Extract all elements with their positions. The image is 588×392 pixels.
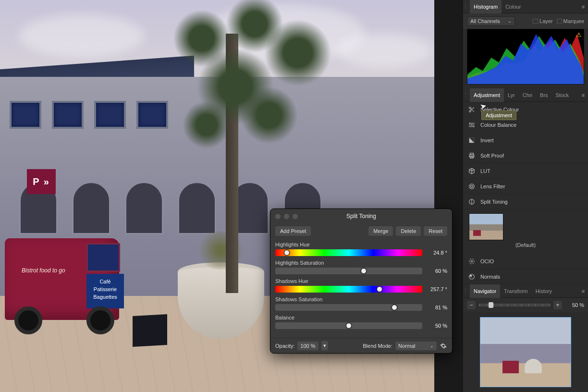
zoom-out-button[interactable]: − [467, 301, 476, 309]
svg-rect-6 [469, 124, 475, 125]
histogram-panel-tabs: ⋮⋮ Histogram Colour ≡ [463, 0, 588, 13]
sliders-icon [468, 121, 476, 129]
svg-point-1 [469, 110, 471, 112]
highlights_hue-slider[interactable] [275, 249, 422, 256]
adjustment-item-lut[interactable]: LUT [463, 163, 588, 179]
svg-rect-7 [469, 126, 475, 126]
histogram-display: ⚠ [467, 29, 584, 85]
shadows_sat-value[interactable]: 81 % [426, 305, 447, 310]
printer-icon [468, 152, 476, 159]
shadows_hue-slider[interactable] [275, 286, 422, 293]
tab-stock[interactable]: Stock [552, 88, 573, 102]
adjustment-tooltip: Adjustment [481, 110, 516, 120]
tab-brushes[interactable]: Brs [536, 88, 552, 102]
layer-checkbox[interactable]: Layer [533, 18, 553, 24]
blend-mode-select[interactable]: Normal⌄ [395, 342, 437, 350]
tab-adjustment[interactable]: Adjustment [470, 88, 504, 102]
tab-histogram[interactable]: Histogram [470, 0, 502, 13]
cube-icon [468, 167, 476, 175]
van-text: Bistrot food to go [22, 267, 79, 274]
add-preset-button[interactable]: Add Preset [275, 226, 311, 236]
svg-point-15 [469, 258, 475, 264]
zoom-in-button[interactable]: + [553, 301, 562, 309]
panel-grip-icon[interactable]: ⋮⋮ [463, 92, 470, 98]
shadows_hue-value[interactable]: 257.7 ° [426, 286, 447, 292]
zoom-value[interactable]: 50 % [565, 302, 584, 308]
tab-layers[interactable]: Lyr [504, 88, 519, 102]
clipping-warning-icon[interactable]: ⚠ [576, 31, 582, 38]
svg-point-17 [469, 274, 475, 279]
channel-select[interactable]: All Channels⌄ [467, 16, 515, 26]
panel-grip-icon[interactable]: ⋮⋮ [463, 288, 470, 294]
svg-point-16 [471, 260, 473, 262]
split-toning-dialog: Split Toning Add Preset Merge Delete Res… [270, 208, 453, 354]
highlights_sat-label: Highlights Saturation [275, 260, 447, 266]
tab-channels[interactable]: Chn [519, 88, 536, 102]
dialog-titlebar[interactable]: Split Toning [270, 209, 452, 223]
shadows_sat-label: Shadows Saturation [275, 296, 447, 302]
panel-menu-icon[interactable]: ≡ [578, 92, 588, 98]
highlights_sat-slider[interactable] [275, 268, 422, 274]
preset-thumbnail-default[interactable] [469, 213, 503, 240]
marquee-checkbox[interactable]: Marquee [557, 18, 584, 24]
blend-mode-label: Blend Mode: [363, 343, 392, 349]
svg-point-13 [471, 185, 473, 187]
navigator-thumbnail[interactable] [480, 317, 571, 387]
highlights_hue-label: Highlights Hue [275, 242, 447, 247]
adjustment-item-lens-filter[interactable]: Lens Filter [463, 179, 588, 194]
adjustment-item-normals[interactable]: Normals [463, 269, 588, 284]
invert-icon [468, 136, 476, 144]
shadows_hue-label: Shadows Hue [275, 278, 447, 284]
opacity-stepper-icon[interactable]: ▾ [321, 341, 328, 350]
normals-icon [468, 273, 476, 281]
ocio-icon [468, 257, 476, 265]
adjustment-item-ocio[interactable]: OCIO [463, 254, 588, 269]
right-sidebar: ⋮⋮ Histogram Colour ≡ All Channels⌄ Laye… [463, 0, 588, 392]
merge-button[interactable]: Merge [368, 226, 393, 236]
lens-icon [468, 183, 476, 190]
gear-icon[interactable] [440, 342, 447, 350]
reset-button[interactable]: Reset [424, 226, 447, 236]
parking-sign: P » [27, 169, 56, 194]
tab-navigator[interactable]: Navigator [470, 284, 500, 298]
navigator-panel-tabs: ⋮⋮ Navigator Transform History ≡ [463, 284, 588, 298]
svg-point-18 [470, 275, 472, 277]
delete-button[interactable]: Delete [396, 226, 421, 236]
svg-rect-5 [469, 122, 475, 123]
tab-history[interactable]: History [532, 284, 556, 298]
svg-point-12 [469, 184, 475, 189]
opacity-label: Opacity: [275, 343, 294, 349]
tab-colour[interactable]: Colour [502, 0, 525, 13]
balance-label: Balance [275, 315, 447, 320]
panel-menu-icon[interactable]: ≡ [578, 288, 588, 294]
highlights_hue-value[interactable]: 24.8 ° [426, 250, 447, 256]
balance-slider[interactable] [275, 322, 422, 329]
svg-point-0 [469, 107, 471, 109]
split-icon [468, 198, 476, 206]
dialog-title: Split Toning [270, 213, 452, 220]
split-toning-preset-area: (Default) [463, 209, 588, 254]
scissors-icon [468, 106, 476, 113]
adjustment-item-invert[interactable]: Invert [463, 133, 588, 148]
highlights_sat-value[interactable]: 60 % [426, 268, 447, 274]
shadows_sat-slider[interactable] [275, 304, 422, 311]
balance-value[interactable]: 50 % [426, 323, 447, 329]
panel-menu-icon[interactable]: ≡ [578, 4, 588, 10]
adjustment-item-soft-proof[interactable]: Soft Proof [463, 148, 588, 163]
van-menu-board: Café Patisserie Baguettes [86, 274, 124, 308]
opacity-field[interactable]: 100 % [297, 342, 318, 350]
preset-label: (Default) [469, 242, 582, 248]
tab-transform[interactable]: Transform [500, 284, 532, 298]
panel-grip-icon[interactable]: ⋮⋮ [463, 3, 470, 10]
adjustment-item-split-toning[interactable]: Split Toning [463, 194, 588, 209]
adjustment-panel-tabs: ⋮⋮ Adjustment Lyr Chn Brs Stock ≡ [463, 88, 588, 102]
zoom-slider[interactable] [478, 304, 551, 306]
